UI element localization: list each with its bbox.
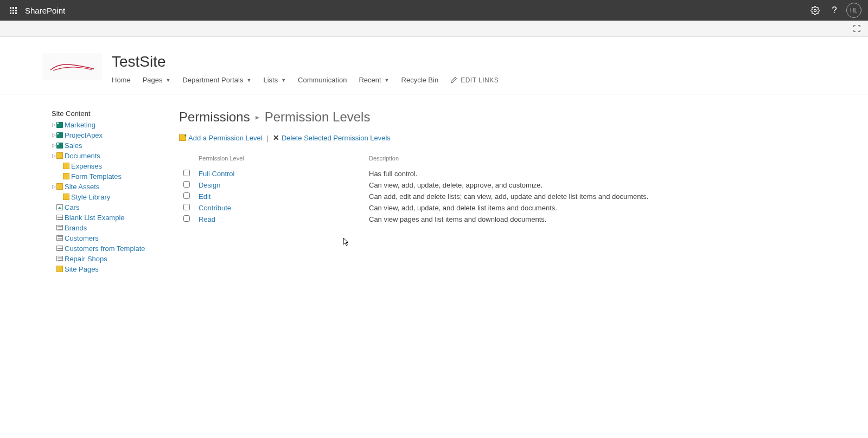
tree-item[interactable]: ▷ProjectApex bbox=[52, 130, 179, 140]
col-header-permission-level: Permission Level bbox=[199, 155, 369, 162]
tree-item-label[interactable]: Repair Shops bbox=[65, 255, 107, 263]
tree-item[interactable]: Form Templates bbox=[52, 171, 179, 181]
tree-item[interactable]: Customers from Template bbox=[52, 243, 179, 253]
tree-item[interactable]: Blank List Example bbox=[52, 212, 179, 222]
col-header-description: Description bbox=[369, 155, 846, 162]
add-icon bbox=[179, 134, 186, 141]
tree-item[interactable]: Site Pages bbox=[52, 264, 179, 274]
tree-item-label[interactable]: Documents bbox=[65, 152, 100, 160]
app-launcher-icon[interactable] bbox=[4, 2, 22, 19]
help-icon[interactable]: ? bbox=[825, 1, 844, 20]
tree-item-label[interactable]: Style Library bbox=[71, 193, 110, 201]
tree-item-label[interactable]: Customers from Template bbox=[65, 244, 145, 253]
row-checkbox[interactable] bbox=[183, 192, 190, 199]
list-icon bbox=[56, 224, 63, 231]
lib-icon bbox=[56, 183, 63, 190]
nav-communication[interactable]: Communication bbox=[298, 76, 347, 84]
tree-item-label[interactable]: Site Assets bbox=[65, 183, 99, 191]
tree-item-label[interactable]: Customers bbox=[65, 234, 99, 242]
expand-caret-icon[interactable]: ▷ bbox=[52, 184, 56, 189]
tree-item-label[interactable]: Form Templates bbox=[71, 172, 122, 181]
user-avatar[interactable]: HL bbox=[846, 3, 861, 18]
permission-description: Has full control. bbox=[369, 170, 846, 178]
nav-department-portals[interactable]: Department Portals▼ bbox=[182, 76, 251, 84]
tree-item[interactable]: ▷Marketing bbox=[52, 120, 179, 130]
tree-item-label[interactable]: Expenses bbox=[71, 162, 102, 170]
nav-home[interactable]: Home bbox=[112, 76, 131, 84]
tree-item[interactable]: Expenses bbox=[52, 161, 179, 171]
permission-description: Can view, add, update, and delete list i… bbox=[369, 204, 846, 212]
row-checkbox[interactable] bbox=[183, 215, 190, 222]
permission-table: Permission Level Description Full Contro… bbox=[179, 153, 846, 225]
site-header: TestSite Home Pages▼ Department Portals▼… bbox=[0, 37, 868, 94]
lib-icon bbox=[56, 152, 63, 159]
permission-level-link[interactable]: Design bbox=[199, 181, 220, 189]
table-row: EditCan add, edit and delete lists; can … bbox=[179, 191, 846, 202]
permission-description: Can view, add, update, delete, approve, … bbox=[369, 181, 846, 189]
tree-item-label[interactable]: Sales bbox=[65, 141, 82, 150]
list-icon bbox=[56, 214, 63, 221]
permission-description: Can view pages and list items and downlo… bbox=[369, 215, 846, 223]
nav-pages[interactable]: Pages▼ bbox=[143, 76, 171, 84]
tree-item-label[interactable]: Blank List Example bbox=[65, 214, 125, 222]
expand-caret-icon[interactable]: ▷ bbox=[52, 122, 56, 127]
lib-icon bbox=[62, 162, 70, 170]
nav-recent[interactable]: Recent▼ bbox=[359, 76, 389, 84]
expand-caret-icon[interactable]: ▷ bbox=[52, 153, 56, 158]
nav-recycle-bin[interactable]: Recycle Bin bbox=[401, 76, 439, 84]
caret-down-icon: ▼ bbox=[385, 78, 390, 83]
left-nav: Site Content ▷Marketing▷ProjectApex▷Sale… bbox=[0, 110, 179, 274]
tree-item[interactable]: Style Library bbox=[52, 192, 179, 202]
site-logo[interactable] bbox=[42, 53, 102, 80]
site-title[interactable]: TestSite bbox=[112, 53, 499, 70]
suite-app-name[interactable]: SharePoint bbox=[25, 6, 65, 15]
expand-caret-icon[interactable]: ▷ bbox=[52, 132, 56, 138]
table-row: ReadCan view pages and list items and do… bbox=[179, 214, 846, 225]
caret-down-icon: ▼ bbox=[246, 78, 251, 83]
pencil-icon bbox=[450, 76, 457, 83]
edit-links-button[interactable]: EDIT LINKS bbox=[450, 76, 499, 84]
permission-description: Can add, edit and delete lists; can view… bbox=[369, 192, 846, 201]
gear-icon[interactable] bbox=[805, 1, 825, 20]
delete-selected-button[interactable]: ✕ Delete Selected Permission Levels bbox=[273, 133, 391, 142]
tree-item[interactable]: Repair Shops bbox=[52, 254, 179, 263]
tree-item-label[interactable]: Marketing bbox=[65, 121, 95, 129]
list-icon bbox=[56, 234, 63, 242]
tree-item[interactable]: ▷Sales bbox=[52, 140, 179, 150]
permission-level-link[interactable]: Full Control bbox=[199, 170, 234, 178]
site-icon bbox=[56, 141, 63, 149]
breadcrumb-current: Permission Levels bbox=[265, 110, 371, 125]
breadcrumb-parent[interactable]: Permissions bbox=[179, 110, 250, 125]
tree-item[interactable]: ▷Site Assets bbox=[52, 182, 179, 191]
site-icon bbox=[56, 121, 63, 128]
tree-item-label[interactable]: ProjectApex bbox=[65, 131, 103, 139]
left-nav-heading: Site Content bbox=[52, 110, 179, 118]
tree-item[interactable]: ▷Documents bbox=[52, 151, 179, 160]
tree-item-label[interactable]: Site Pages bbox=[65, 265, 99, 273]
tree-item-label[interactable]: Cars bbox=[65, 203, 79, 211]
svg-point-0 bbox=[814, 9, 816, 11]
ribbon-bar bbox=[0, 21, 868, 37]
list-icon bbox=[56, 244, 63, 252]
tree-item[interactable]: Customers bbox=[52, 233, 179, 243]
nav-lists[interactable]: Lists▼ bbox=[263, 76, 286, 84]
row-checkbox[interactable] bbox=[183, 204, 190, 210]
breadcrumb-separator-icon: ▸ bbox=[256, 113, 259, 121]
top-nav: Home Pages▼ Department Portals▼ Lists▼ C… bbox=[112, 76, 499, 88]
permission-level-link[interactable]: Contribute bbox=[199, 204, 231, 212]
row-checkbox[interactable] bbox=[183, 181, 190, 188]
tree-item-label[interactable]: Brands bbox=[65, 224, 87, 232]
table-row: DesignCan view, add, update, delete, app… bbox=[179, 179, 846, 191]
permission-level-link[interactable]: Edit bbox=[199, 192, 210, 201]
tree-item[interactable]: Brands bbox=[52, 223, 179, 233]
expand-caret-icon[interactable]: ▷ bbox=[52, 143, 56, 148]
add-permission-level-button[interactable]: Add a Permission Level bbox=[179, 134, 263, 142]
table-row: ContributeCan view, add, update, and del… bbox=[179, 202, 846, 214]
main-content: Permissions ▸ Permission Levels Add a Pe… bbox=[179, 110, 868, 274]
lib-icon bbox=[62, 172, 70, 180]
permission-level-link[interactable]: Read bbox=[199, 215, 215, 223]
tree-item[interactable]: Cars bbox=[52, 202, 179, 212]
row-checkbox[interactable] bbox=[183, 170, 190, 176]
focus-content-icon[interactable] bbox=[851, 23, 863, 35]
site-icon bbox=[56, 131, 63, 139]
